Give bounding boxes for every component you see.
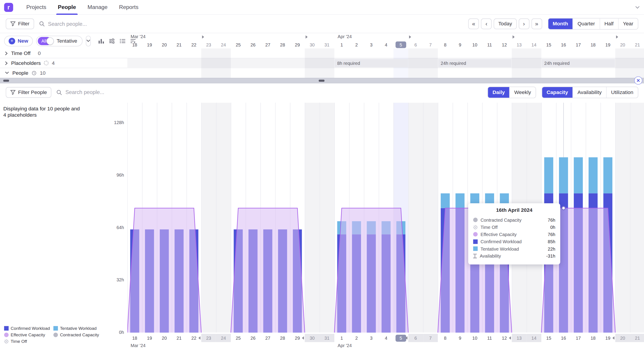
view-tab-weekly[interactable]: Weekly bbox=[509, 87, 536, 98]
timeline-months: Mar '24Apr '24 bbox=[127, 34, 644, 40]
required-hours-cell[interactable]: 24h required bbox=[542, 59, 615, 68]
chart-search-input[interactable] bbox=[65, 89, 131, 95]
bar-tentative-workload[interactable] bbox=[604, 157, 612, 194]
toggle-knob[interactable] bbox=[46, 37, 54, 45]
funnel-icon bbox=[10, 90, 16, 95]
timeline-arrow-button[interactable]: › bbox=[518, 18, 529, 29]
sliders-icon[interactable] bbox=[109, 38, 115, 44]
square-sky-icon bbox=[473, 246, 478, 251]
people-row-label: People 10 bbox=[0, 70, 127, 76]
filter-button[interactable]: Filter bbox=[6, 18, 34, 29]
timeline-date-cell: 31 bbox=[320, 41, 334, 48]
dot-gray-icon bbox=[473, 218, 478, 222]
collapse-weekend-icon[interactable] bbox=[409, 35, 411, 38]
x-axis-date-cell: 1 bbox=[334, 334, 349, 342]
nav-item-people[interactable]: People bbox=[52, 0, 82, 14]
chevron-right-icon[interactable] bbox=[5, 51, 8, 55]
app-logo[interactable]: r bbox=[4, 3, 13, 12]
chart-people-search bbox=[56, 89, 131, 95]
collapse-weekend-icon[interactable] bbox=[616, 35, 618, 38]
clock-icon bbox=[32, 70, 36, 76]
x-axis-date-cell: 19 bbox=[142, 334, 157, 342]
view-tab-daily[interactable]: Daily bbox=[488, 87, 509, 98]
filter-people-button[interactable]: Filter People bbox=[6, 87, 52, 98]
tooltip-value: 85h bbox=[548, 239, 555, 244]
bar-tentative-workload[interactable] bbox=[456, 194, 464, 208]
tooltip-label: Confirmed Workload bbox=[481, 239, 522, 244]
today-button[interactable]: Today bbox=[494, 18, 516, 29]
chevron-down-icon[interactable] bbox=[5, 71, 9, 74]
effective-capacity-area bbox=[127, 208, 201, 333]
timeline-date-cell: 18 bbox=[586, 41, 600, 48]
list-view-icon[interactable] bbox=[120, 38, 126, 44]
range-tab-quarter[interactable]: Quarter bbox=[573, 18, 600, 29]
bar-tentative-workload[interactable] bbox=[559, 157, 568, 194]
timeline-controls: «‹Today›» MonthQuarterHalfYear bbox=[468, 18, 638, 30]
collapse-weekend-icon[interactable] bbox=[612, 336, 614, 340]
x-axis-date-cell: 13 bbox=[512, 334, 527, 342]
panel-splitter[interactable]: ✕ bbox=[0, 78, 644, 84]
collapse-weekend-icon[interactable] bbox=[406, 336, 408, 340]
x-axis-date-cell: 27 bbox=[260, 334, 275, 342]
placeholders-row-label: Placeholders 4 bbox=[0, 60, 127, 66]
bar-tentative-workload[interactable] bbox=[588, 157, 598, 194]
toggle-dropdown-button[interactable] bbox=[86, 36, 91, 46]
close-panel-button[interactable]: ✕ bbox=[634, 76, 642, 84]
collapse-weekend-icon[interactable] bbox=[198, 336, 200, 340]
chevron-down-icon[interactable] bbox=[635, 6, 640, 9]
required-hours-cell[interactable]: 24h required bbox=[438, 59, 512, 68]
tentative-toggle[interactable]: All Tentative bbox=[36, 36, 82, 46]
x-axis-date-cell: 25 bbox=[231, 334, 246, 342]
collapse-weekend-icon[interactable] bbox=[306, 35, 308, 38]
timeline-date-cell: 20 bbox=[157, 41, 172, 48]
nav-item-projects[interactable]: Projects bbox=[21, 0, 52, 14]
splitter-handle[interactable] bbox=[3, 80, 9, 82]
chart-weekend-band bbox=[201, 103, 216, 333]
collapse-weekend-icon[interactable] bbox=[512, 35, 514, 38]
dot-lavender-icon bbox=[473, 232, 478, 237]
new-button[interactable]: + New bbox=[4, 36, 33, 46]
collapse-weekend-icon[interactable] bbox=[509, 336, 511, 340]
square-indigo-icon bbox=[473, 240, 478, 244]
collapse-weekend-icon[interactable] bbox=[202, 35, 204, 38]
x-axis-date-cell: 28 bbox=[275, 334, 290, 342]
bar-tentative-workload[interactable] bbox=[544, 157, 553, 194]
x-axis-date-cell: 3 bbox=[364, 334, 379, 342]
bar-tentative-workload[interactable] bbox=[574, 157, 583, 194]
legend-item: Time Off bbox=[4, 339, 48, 344]
chevron-right-icon[interactable] bbox=[5, 61, 8, 65]
timeline-date-cell: 26 bbox=[246, 41, 260, 48]
x-axis-date-cell: 31 bbox=[320, 334, 334, 342]
splitter-handle[interactable] bbox=[319, 80, 324, 82]
bar-chart-view-icon[interactable] bbox=[98, 38, 104, 44]
timeline-date-cell: 8 bbox=[438, 41, 452, 48]
filter-people-label: Filter People bbox=[18, 89, 47, 95]
dot-hatch-icon bbox=[473, 225, 478, 230]
square-sky-icon bbox=[54, 326, 58, 330]
required-hours-cell[interactable]: 8h required bbox=[335, 59, 408, 68]
timeline-arrow-button[interactable]: » bbox=[531, 18, 542, 29]
nav-item-reports[interactable]: Reports bbox=[113, 0, 144, 14]
nav-item-manage[interactable]: Manage bbox=[82, 0, 113, 14]
people-row[interactable]: People 10 bbox=[0, 68, 644, 78]
timeline-month-label: Mar '24 bbox=[130, 34, 146, 39]
mode-tab-utilization[interactable]: Utilization bbox=[606, 87, 638, 98]
hover-marker bbox=[562, 206, 565, 210]
collapse-weekend-icon[interactable] bbox=[302, 336, 304, 340]
time-off-row-label: Time Off 0 bbox=[0, 50, 127, 56]
timeline-arrow-button[interactable]: ‹ bbox=[481, 18, 492, 29]
summary-line-2: 4 placeholders bbox=[3, 112, 80, 118]
bar-tentative-workload[interactable] bbox=[441, 194, 450, 208]
x-axis-date-cell: 20 bbox=[157, 334, 172, 342]
time-off-row[interactable]: Time Off 0 bbox=[0, 48, 644, 58]
timeline-date-cell: 2 bbox=[349, 41, 364, 48]
search-input[interactable] bbox=[48, 21, 114, 27]
chart-tooltip: 16th April 2024 Contracted Capacity76hTi… bbox=[468, 203, 560, 264]
range-tab-month[interactable]: Month bbox=[548, 18, 573, 29]
range-tab-half[interactable]: Half bbox=[599, 18, 618, 29]
app: r ProjectsPeopleManageReports Filter «‹T… bbox=[0, 0, 644, 350]
range-tab-year[interactable]: Year bbox=[618, 18, 638, 29]
mode-tab-capacity[interactable]: Capacity bbox=[542, 87, 573, 98]
timeline-arrow-button[interactable]: « bbox=[468, 18, 479, 29]
mode-tab-availability[interactable]: Availability bbox=[573, 87, 606, 98]
